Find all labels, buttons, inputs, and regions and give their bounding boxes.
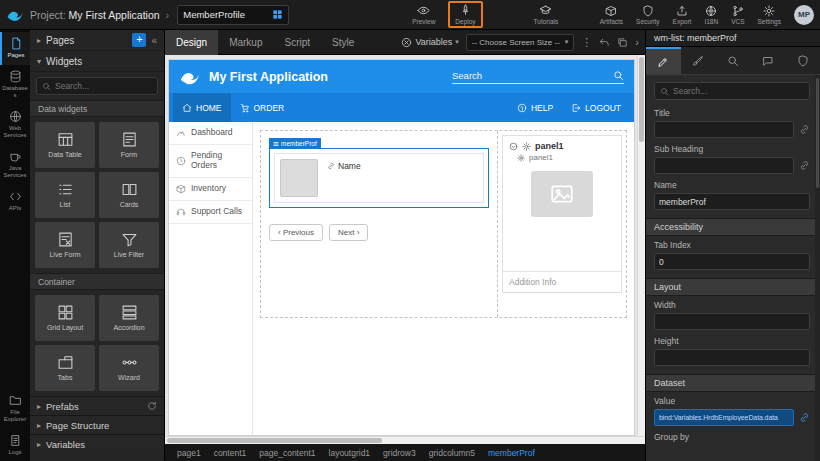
- nav-item-help[interactable]: HELP: [508, 93, 562, 122]
- widget-tile-wizard[interactable]: Wizard: [99, 345, 159, 391]
- properties-scrollbar[interactable]: [815, 75, 820, 461]
- app-search[interactable]: Search: [452, 70, 624, 84]
- gear-icon[interactable]: [522, 142, 531, 151]
- more-options-icon[interactable]: ⋮: [581, 36, 592, 49]
- tab-script[interactable]: Script: [274, 30, 322, 55]
- widget-tile-live-form[interactable]: Live Form: [35, 222, 95, 268]
- width-input[interactable]: [654, 313, 810, 330]
- i18n-button[interactable]: I18N: [699, 4, 723, 26]
- undo-icon[interactable]: [599, 37, 610, 48]
- tab-design[interactable]: Design: [165, 30, 218, 55]
- list-item-name[interactable]: Name: [327, 161, 361, 171]
- breadcrumb-item-page-content1[interactable]: page_content1: [259, 448, 315, 458]
- widget-tile-form[interactable]: Form: [99, 122, 159, 168]
- widget-tile-tabs[interactable]: Tabs: [35, 345, 95, 391]
- menu-item-support-calls[interactable]: Support Calls: [169, 201, 252, 224]
- events-tab[interactable]: [750, 47, 785, 74]
- rail-item-databases[interactable]: Databases: [0, 65, 30, 105]
- bind-link-icon[interactable]: [799, 160, 810, 171]
- image-placeholder[interactable]: [531, 171, 593, 217]
- tutorials-button[interactable]: Tutorials: [529, 3, 564, 26]
- widget-search-input[interactable]: [55, 81, 152, 91]
- nav-item-order[interactable]: ORDER: [231, 93, 294, 122]
- widget-tile-accordion[interactable]: Accordion: [99, 295, 159, 341]
- tab-style[interactable]: Style: [321, 30, 365, 55]
- copy-icon[interactable]: [617, 37, 628, 48]
- member-list-widget[interactable]: memberProf Name: [269, 148, 489, 208]
- panel1-header[interactable]: panel1: [503, 136, 621, 152]
- tab-markup[interactable]: Markup: [218, 30, 273, 55]
- canvas-vertical-scrollbar[interactable]: [637, 55, 645, 436]
- search-tab[interactable]: [716, 47, 751, 74]
- rail-item-pages[interactable]: Pages: [0, 32, 30, 65]
- deploy-button[interactable]: Deploy: [450, 3, 480, 26]
- widget-tile-list[interactable]: List: [35, 172, 95, 218]
- pages-section-header[interactable]: ▸ Pages + «: [30, 30, 164, 51]
- layout-section-header[interactable]: Layout: [646, 278, 820, 296]
- panel1-widget[interactable]: panel1 panel1: [502, 135, 622, 293]
- export-button[interactable]: Export: [668, 4, 697, 26]
- rail-item-web-services[interactable]: Web Services: [0, 105, 30, 145]
- rail-item-file-explorer[interactable]: File Explorer: [0, 389, 30, 429]
- bind-link-icon[interactable]: [799, 412, 810, 423]
- preview-button[interactable]: Preview: [407, 3, 440, 26]
- breadcrumb-item-gridcolumn5[interactable]: gridcolumn5: [429, 448, 475, 458]
- variables-button[interactable]: Variables ▾: [401, 37, 458, 48]
- menu-item-pending-orders[interactable]: Pending Orders: [169, 145, 252, 178]
- vcs-button[interactable]: VCS: [726, 4, 749, 26]
- tab-index-input[interactable]: [654, 253, 810, 270]
- grid-column-right[interactable]: panel1 panel1: [498, 131, 626, 317]
- dataset-section-header[interactable]: Dataset: [646, 374, 820, 392]
- menu-item-dashboard[interactable]: Dashboard: [169, 122, 252, 145]
- panel1-subheader[interactable]: panel1: [503, 152, 621, 165]
- expand-right-icon[interactable]: ›: [635, 36, 639, 48]
- breadcrumb-item-content1[interactable]: content1: [214, 448, 247, 458]
- user-avatar[interactable]: MP: [794, 5, 814, 25]
- rail-item-logs[interactable]: Logs: [0, 429, 30, 461]
- dataset-value-input[interactable]: [654, 409, 794, 426]
- prefabs-section-header[interactable]: ▸ Prefabs: [30, 396, 164, 415]
- collapse-panel-icon[interactable]: «: [151, 35, 157, 46]
- page-selector[interactable]: MemberProfile: [177, 5, 289, 25]
- settings-button[interactable]: Settings: [753, 4, 787, 26]
- widget-tile-live-filter[interactable]: Live Filter: [99, 222, 159, 268]
- widgets-section-header[interactable]: ▾ Widgets: [30, 51, 164, 72]
- breadcrumb-item-page1[interactable]: page1: [177, 448, 201, 458]
- gear-icon[interactable]: [517, 154, 525, 162]
- search-icon[interactable]: [613, 70, 624, 81]
- title-input[interactable]: [654, 121, 794, 138]
- artifacts-button[interactable]: Artifacts: [595, 4, 628, 26]
- refresh-icon[interactable]: [147, 401, 157, 411]
- previous-page-button[interactable]: ‹ Previous: [269, 224, 323, 241]
- security-button[interactable]: Security: [631, 4, 664, 26]
- list-item-template[interactable]: Name: [274, 153, 484, 203]
- variables-section-header[interactable]: ▸ Variables: [30, 434, 164, 453]
- widget-tile-data-table[interactable]: Data Table: [35, 122, 95, 168]
- menu-item-inventory[interactable]: Inventory: [169, 178, 252, 201]
- page-structure-section-header[interactable]: ▸ Page Structure: [30, 415, 164, 434]
- widget-tile-cards[interactable]: Cards: [99, 172, 159, 218]
- styles-tab[interactable]: [681, 47, 716, 74]
- security-tab[interactable]: [785, 47, 820, 74]
- rail-item-java-services[interactable]: Java Services: [0, 145, 30, 185]
- add-page-button[interactable]: +: [132, 33, 146, 47]
- properties-tab[interactable]: [646, 47, 681, 74]
- next-page-button[interactable]: Next ›: [329, 224, 368, 241]
- bind-link-icon[interactable]: [799, 124, 810, 135]
- nav-item-home[interactable]: HOME: [173, 93, 231, 122]
- selected-widget-tag[interactable]: memberProf: [269, 138, 321, 149]
- rail-item-apis[interactable]: APIs: [0, 185, 30, 218]
- grid-column-left[interactable]: memberProf Name: [261, 131, 498, 317]
- sub-heading-input[interactable]: [654, 157, 794, 174]
- name-input[interactable]: [654, 193, 810, 210]
- accessibility-section-header[interactable]: Accessibility: [646, 218, 820, 236]
- properties-search-input[interactable]: [673, 86, 804, 96]
- canvas-horizontal-scrollbar[interactable]: [165, 436, 645, 444]
- breadcrumb-item-memberprof[interactable]: memberProf: [488, 448, 535, 458]
- screen-size-dropdown[interactable]: -- Choose Screen Size -- ▾: [466, 34, 575, 51]
- height-input[interactable]: [654, 349, 810, 366]
- breadcrumb-item-gridrow3[interactable]: gridrow3: [383, 448, 416, 458]
- widget-tile-grid-layout[interactable]: Grid Layout: [35, 295, 95, 341]
- nav-item-logout[interactable]: LOGOUT: [562, 93, 630, 122]
- breadcrumb-item-layoutgrid1[interactable]: layoutgrid1: [329, 448, 371, 458]
